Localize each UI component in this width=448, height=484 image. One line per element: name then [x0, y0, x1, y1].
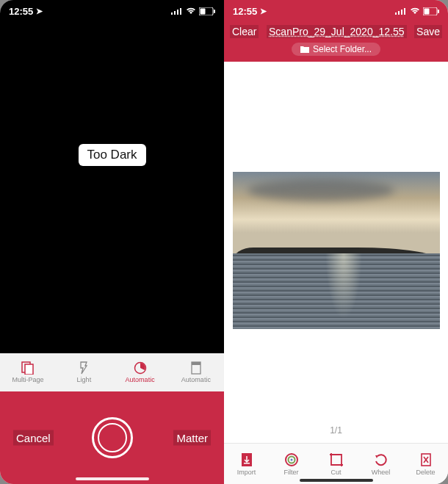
- filter-icon: [283, 452, 300, 467]
- status-right-icons: [171, 7, 215, 15]
- status-right-icons: [395, 7, 439, 15]
- tool-label: Cut: [330, 469, 341, 476]
- tool-cut[interactable]: Cut: [314, 444, 358, 484]
- svg-rect-20: [244, 463, 250, 464]
- capture-bar: Cancel Matter: [0, 391, 224, 484]
- toolbar-automatic-2[interactable]: Automatic: [168, 353, 224, 391]
- auto-icon: [132, 361, 148, 375]
- svg-rect-1: [174, 11, 176, 15]
- svg-rect-13: [398, 11, 400, 15]
- toolbar-multipage[interactable]: Multi-Page: [0, 353, 56, 391]
- home-indicator[interactable]: [76, 477, 149, 480]
- location-icon: ➤: [36, 7, 43, 16]
- flash-icon: [76, 361, 92, 375]
- signal-icon: [171, 7, 183, 15]
- page-icon: [188, 361, 204, 375]
- battery-icon: [199, 7, 215, 15]
- status-time: 12:55: [233, 6, 257, 17]
- svg-point-23: [290, 458, 292, 460]
- document-title[interactable]: ScanPro_29_Jul_2020_12.55: [267, 25, 407, 38]
- svg-rect-0: [171, 12, 173, 15]
- content-area: 1/1: [224, 62, 448, 443]
- tool-delete[interactable]: Delete: [403, 444, 448, 484]
- tool-label: Import: [237, 469, 256, 476]
- clear-button[interactable]: Clear: [230, 25, 259, 38]
- tool-label: Filter: [284, 469, 299, 476]
- toolbar-automatic[interactable]: Automatic: [112, 353, 168, 391]
- toolbar-label: Automatic: [126, 376, 155, 383]
- save-button[interactable]: Save: [414, 25, 442, 38]
- select-folder-label: Select Folder...: [313, 44, 372, 54]
- scanned-photo[interactable]: [233, 172, 440, 329]
- multipage-icon: [20, 361, 36, 375]
- svg-rect-3: [180, 8, 181, 15]
- status-time: 12:55: [9, 6, 33, 17]
- toolbar-light[interactable]: Light: [56, 353, 112, 391]
- cut-icon: [328, 452, 344, 467]
- tool-label: Delete: [416, 469, 435, 476]
- edit-screen: 12:55 ➤ Clear ScanPro_29_Jul_2020_12.55 …: [224, 0, 448, 484]
- folder-icon: [300, 46, 309, 53]
- location-icon: ➤: [260, 7, 267, 16]
- edit-tools: Import Filter Cut Wheel: [224, 443, 448, 484]
- camera-toolbar: Multi-Page Light Automatic Automatic: [0, 353, 224, 391]
- tool-wheel[interactable]: Wheel: [358, 444, 403, 484]
- svg-rect-18: [438, 10, 439, 13]
- delete-icon: [418, 452, 434, 467]
- svg-rect-6: [214, 10, 215, 13]
- svg-rect-8: [25, 364, 33, 375]
- tool-import[interactable]: Import: [224, 444, 269, 484]
- edit-header: Clear ScanPro_29_Jul_2020_12.55 Save Sel…: [224, 22, 448, 62]
- status-bar: 12:55 ➤: [0, 0, 224, 22]
- toolbar-label: Light: [77, 376, 92, 383]
- svg-rect-12: [395, 12, 397, 15]
- wifi-icon: [186, 7, 196, 15]
- toolbar-label: Multi-Page: [12, 376, 44, 383]
- toolbar-label: Automatic: [181, 376, 211, 383]
- matter-button[interactable]: Matter: [173, 430, 211, 446]
- svg-rect-2: [177, 10, 178, 15]
- exposure-warning: Too Dark: [78, 144, 145, 166]
- cancel-button[interactable]: Cancel: [13, 430, 54, 446]
- svg-rect-15: [404, 8, 405, 15]
- tool-label: Wheel: [372, 469, 391, 476]
- camera-viewport: Too Dark: [0, 22, 224, 353]
- svg-rect-14: [401, 10, 402, 15]
- page-indicator: 1/1: [330, 425, 342, 436]
- undo-icon: [373, 452, 389, 467]
- home-indicator[interactable]: [300, 479, 373, 482]
- select-folder-button[interactable]: Select Folder...: [292, 43, 380, 56]
- battery-icon: [423, 7, 439, 15]
- import-icon: [239, 452, 255, 467]
- svg-rect-17: [424, 8, 430, 14]
- shutter-button[interactable]: [92, 417, 133, 458]
- signal-icon: [395, 7, 407, 15]
- svg-rect-5: [200, 8, 206, 14]
- tool-filter[interactable]: Filter: [269, 444, 314, 484]
- svg-rect-11: [192, 362, 200, 365]
- status-bar: 12:55 ➤: [224, 0, 448, 22]
- shutter-inner: [98, 423, 127, 452]
- camera-screen: 12:55 ➤ Too Dark Multi-Page: [0, 0, 224, 484]
- wifi-icon: [410, 7, 420, 15]
